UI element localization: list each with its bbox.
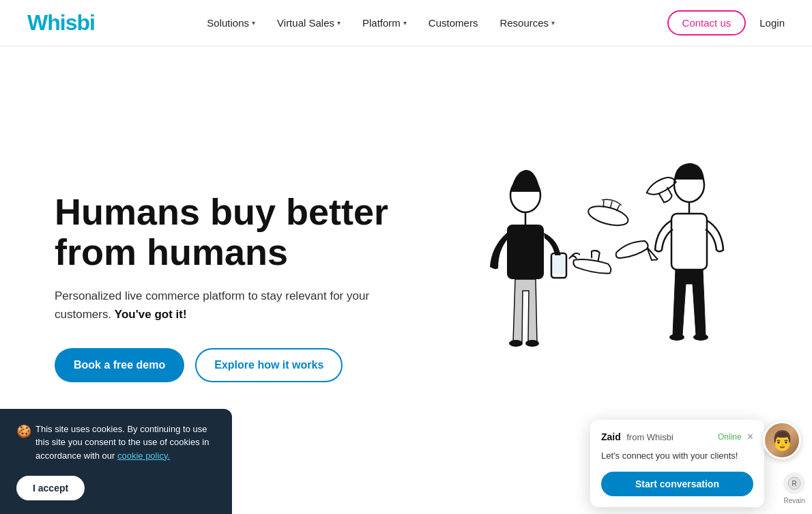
avatar-face: 👨 [765, 423, 799, 457]
svg-rect-2 [507, 225, 544, 279]
logo[interactable]: Whisbi [27, 10, 95, 35]
hero-illustration [430, 144, 757, 431]
cookie-text-area: 🍪 This site uses cookies. By continuing … [16, 423, 216, 463]
svg-point-5 [509, 340, 523, 347]
chevron-down-icon: ▾ [337, 19, 340, 27]
cookie-accept-button[interactable]: I accept [16, 476, 85, 500]
chat-avatar: 👨 [763, 421, 801, 459]
revain-badge: R Revain [783, 472, 805, 504]
nav-item-solutions[interactable]: Solutions ▾ [207, 17, 255, 29]
hero-content: Humans buy better from humans Personaliz… [55, 192, 396, 382]
svg-point-10 [669, 334, 684, 341]
book-demo-button[interactable]: Book a free demo [55, 348, 184, 382]
svg-point-12 [586, 202, 630, 229]
nav-right: Contact us Login [667, 10, 785, 35]
chat-start-button[interactable]: Start conversation [601, 472, 753, 496]
nav-item-virtual-sales[interactable]: Virtual Sales ▾ [277, 17, 340, 29]
illustration-shoes [553, 165, 703, 301]
cookie-icon: 🍪 [16, 423, 31, 441]
login-link[interactable]: Login [759, 17, 785, 29]
navbar: Whisbi Solutions ▾ Virtual Sales ▾ Platf… [0, 0, 812, 46]
chevron-down-icon: ▾ [551, 19, 555, 27]
chat-message: Let's connect you with your clients! [601, 450, 753, 462]
chat-status: Online [718, 432, 742, 442]
nav-item-customers[interactable]: Customers [429, 17, 478, 29]
nav-item-platform[interactable]: Platform ▾ [362, 17, 407, 29]
svg-text:R: R [792, 480, 796, 487]
chat-header: Zaid from Whisbi Online × [601, 431, 753, 443]
revain-icon: R [783, 472, 805, 494]
chevron-down-icon: ▾ [252, 19, 255, 27]
chat-widget: Zaid from Whisbi Online × Let's connect … [590, 420, 764, 507]
revain-label: Revain [783, 497, 804, 504]
chat-agent-info: Zaid from Whisbi [601, 431, 673, 443]
chevron-down-icon: ▾ [403, 19, 407, 27]
logo-text: Whisbi [27, 10, 95, 35]
chat-close-button[interactable]: × [747, 431, 753, 443]
nav-item-resources[interactable]: Resources ▾ [499, 17, 555, 29]
hero-subtitle: Personalized live commerce platform to s… [55, 287, 396, 324]
svg-point-6 [525, 340, 539, 347]
cookie-policy-link[interactable]: cookie policy. [117, 451, 170, 461]
svg-line-14 [610, 201, 612, 208]
nav-links: Solutions ▾ Virtual Sales ▾ Platform ▾ C… [207, 17, 555, 29]
svg-point-11 [693, 334, 708, 341]
cookie-text: This site uses cookies. By continuing to… [35, 423, 216, 463]
hero-buttons: Book a free demo Explore how it works [55, 348, 396, 382]
chat-company: from Whisbi [626, 432, 673, 442]
contact-us-button[interactable]: Contact us [667, 10, 746, 35]
explore-button[interactable]: Explore how it works [195, 348, 343, 382]
hero-title: Humans buy better from humans [55, 192, 396, 273]
cookie-banner: 🍪 This site uses cookies. By continuing … [0, 409, 232, 515]
